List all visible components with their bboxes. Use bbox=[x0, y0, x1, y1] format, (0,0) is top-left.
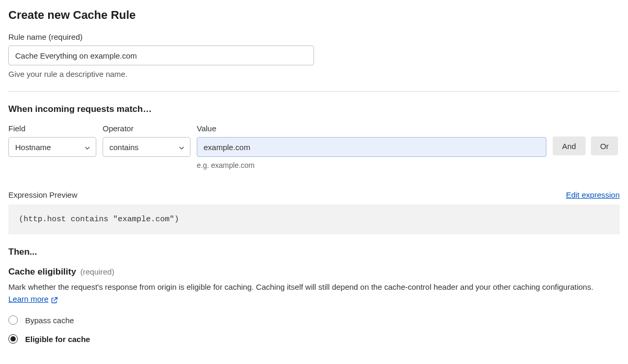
cache-eligibility-radio-group: Bypass cache Eligible for cache bbox=[8, 315, 620, 344]
value-input[interactable] bbox=[197, 137, 546, 157]
radio-eligible-label: Eligible for cache bbox=[25, 335, 90, 344]
radio-icon bbox=[8, 315, 18, 325]
value-hint: e.g. example.com bbox=[197, 161, 546, 169]
field-column-label: Field bbox=[8, 124, 96, 133]
learn-more-link[interactable]: Learn more bbox=[8, 293, 58, 305]
rule-name-input[interactable] bbox=[8, 46, 314, 65]
radio-bypass-cache[interactable]: Bypass cache bbox=[8, 315, 620, 325]
required-tag: (required) bbox=[80, 267, 114, 276]
edit-expression-link[interactable]: Edit expression bbox=[566, 190, 620, 199]
operator-select[interactable]: contains bbox=[103, 137, 190, 157]
rule-name-label: Rule name (required) bbox=[8, 32, 620, 41]
or-button[interactable]: Or bbox=[591, 136, 619, 155]
match-heading: When incoming requests match… bbox=[8, 104, 620, 115]
page-title: Create new Cache Rule bbox=[8, 8, 620, 22]
radio-icon-selected bbox=[8, 334, 18, 344]
rule-name-help: Give your rule a descriptive name. bbox=[8, 70, 620, 78]
expression-preview-label: Expression Preview bbox=[8, 190, 77, 199]
field-select[interactable]: Hostname bbox=[8, 137, 96, 157]
condition-row: Field Hostname Operator contains Value e… bbox=[8, 124, 620, 169]
value-column-label: Value bbox=[197, 124, 546, 133]
divider bbox=[8, 91, 620, 92]
cache-eligibility-description: Mark whether the request's response from… bbox=[8, 281, 620, 305]
then-heading: Then... bbox=[8, 247, 620, 257]
operator-column-label: Operator bbox=[103, 124, 190, 133]
expression-code: (http.host contains "example.com") bbox=[8, 204, 620, 234]
external-link-icon bbox=[51, 295, 58, 303]
cache-eligibility-heading: Cache eligibility bbox=[8, 267, 76, 277]
radio-bypass-label: Bypass cache bbox=[25, 316, 74, 325]
and-button[interactable]: And bbox=[553, 136, 586, 155]
radio-eligible-cache[interactable]: Eligible for cache bbox=[8, 334, 620, 344]
